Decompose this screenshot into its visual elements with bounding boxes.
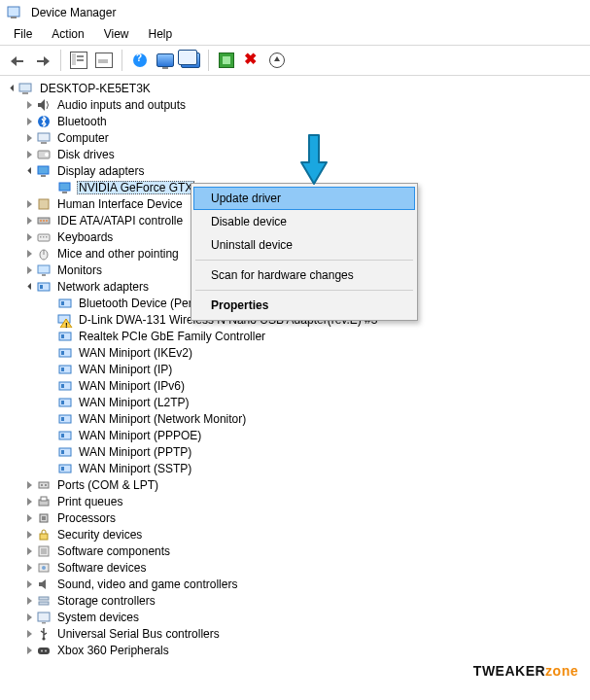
category-sound[interactable]: Sound, video and game controllers bbox=[6, 576, 586, 592]
expander-icon[interactable] bbox=[23, 248, 35, 260]
arrow-right-icon bbox=[32, 50, 53, 71]
svg-rect-61 bbox=[42, 516, 46, 520]
ctx-scan-hardware[interactable]: Scan for hardware changes bbox=[193, 263, 415, 287]
expander-icon[interactable] bbox=[23, 198, 35, 210]
expander-icon[interactable] bbox=[23, 116, 35, 127]
expander-icon[interactable] bbox=[23, 99, 35, 111]
show-hide-tree-button[interactable] bbox=[67, 49, 90, 72]
category-audio[interactable]: Audio inputs and outputs bbox=[6, 96, 586, 113]
menubar: File Action View Help bbox=[0, 23, 590, 45]
category-sw-devices[interactable]: Software devices bbox=[6, 559, 586, 576]
device-wan-netmon[interactable]: WAN Miniport (Network Monitor) bbox=[6, 410, 586, 427]
svg-rect-33 bbox=[61, 301, 64, 305]
category-system[interactable]: System devices bbox=[6, 609, 586, 625]
category-sw-components[interactable]: Software components bbox=[6, 542, 586, 559]
expander-icon[interactable] bbox=[23, 479, 35, 491]
device-wan-sstp[interactable]: WAN Miniport (SSTP) bbox=[6, 460, 586, 476]
expander-icon[interactable] bbox=[23, 512, 35, 524]
expander-icon[interactable] bbox=[23, 645, 35, 656]
security-icon bbox=[36, 527, 52, 542]
menu-file[interactable]: File bbox=[4, 25, 42, 43]
system-icon bbox=[36, 610, 52, 625]
svg-marker-67 bbox=[39, 579, 46, 589]
remove-device-button[interactable]: ✖ bbox=[240, 49, 263, 72]
view-button[interactable] bbox=[154, 49, 177, 72]
category-processors[interactable]: Processors bbox=[6, 509, 586, 526]
expander-icon[interactable] bbox=[23, 281, 35, 293]
expander-icon[interactable] bbox=[23, 496, 35, 508]
keyboard-icon bbox=[36, 229, 52, 245]
svg-point-72 bbox=[42, 637, 45, 640]
display-devices-button[interactable] bbox=[179, 49, 202, 72]
expander-icon[interactable] bbox=[23, 529, 35, 541]
ctx-update-driver[interactable]: Update driver bbox=[193, 187, 415, 210]
category-print-queues[interactable]: Print queues bbox=[6, 493, 586, 509]
expander-icon[interactable] bbox=[23, 264, 35, 276]
svg-rect-17 bbox=[39, 199, 49, 209]
svg-rect-44 bbox=[61, 384, 64, 388]
ports-icon bbox=[36, 477, 52, 493]
expander-icon[interactable] bbox=[23, 595, 35, 607]
device-wan-ip[interactable]: WAN Miniport (IP) bbox=[6, 361, 586, 377]
svg-rect-41 bbox=[59, 366, 71, 373]
expander-icon[interactable] bbox=[23, 149, 35, 160]
device-wan-ipv6[interactable]: WAN Miniport (IPv6) bbox=[6, 377, 586, 394]
expander-icon[interactable] bbox=[23, 562, 35, 574]
device-wan-l2tp[interactable]: WAN Miniport (L2TP) bbox=[6, 394, 586, 410]
svg-rect-25 bbox=[46, 236, 48, 238]
device-wan-pppoe[interactable]: WAN Miniport (PPPOE) bbox=[6, 427, 586, 443]
svg-rect-43 bbox=[59, 382, 71, 390]
svg-rect-6 bbox=[22, 92, 28, 94]
menu-view[interactable]: View bbox=[94, 25, 139, 43]
menu-action[interactable]: Action bbox=[42, 25, 93, 43]
svg-rect-24 bbox=[43, 236, 45, 238]
expander-icon[interactable] bbox=[23, 132, 35, 144]
help-button[interactable] bbox=[128, 49, 152, 72]
expander-icon[interactable] bbox=[6, 83, 17, 94]
ctx-disable-device[interactable]: Disable device bbox=[193, 210, 415, 233]
category-usb[interactable]: Universal Serial Bus controllers bbox=[6, 625, 586, 642]
tree-root[interactable]: DESKTOP-KE5ET3K bbox=[6, 80, 586, 96]
expander-icon[interactable] bbox=[23, 165, 35, 177]
menu-help[interactable]: Help bbox=[139, 25, 183, 43]
update-driver-button[interactable] bbox=[265, 49, 289, 72]
printer-icon bbox=[36, 494, 52, 509]
device-wan-pptp[interactable]: WAN Miniport (PPTP) bbox=[6, 443, 586, 460]
expander-icon[interactable] bbox=[23, 231, 35, 243]
svg-rect-38 bbox=[61, 334, 64, 338]
network-adapter-icon bbox=[57, 395, 73, 410]
device-wan-ikev2[interactable]: WAN Miniport (IKEv2) bbox=[6, 344, 586, 361]
expander-icon[interactable] bbox=[23, 215, 35, 227]
device-realtek[interactable]: Realtek PCIe GbE Family Controller bbox=[6, 328, 586, 344]
ctx-separator bbox=[195, 290, 413, 291]
disk-icon bbox=[36, 147, 52, 162]
category-ports[interactable]: Ports (COM & LPT) bbox=[6, 476, 586, 493]
category-security[interactable]: Security devices bbox=[6, 526, 586, 542]
category-computer[interactable]: Computer bbox=[6, 129, 586, 146]
forward-button[interactable] bbox=[31, 49, 54, 72]
svg-point-12 bbox=[45, 153, 49, 157]
category-xbox[interactable]: Xbox 360 Peripherals bbox=[6, 642, 586, 658]
expander-icon[interactable] bbox=[23, 612, 35, 623]
scan-hardware-button[interactable] bbox=[215, 49, 238, 72]
properties-button[interactable] bbox=[92, 49, 116, 72]
category-display-adapters[interactable]: Display adapters bbox=[6, 162, 586, 179]
category-storage[interactable]: Storage controllers bbox=[6, 592, 586, 609]
expander-icon[interactable] bbox=[23, 545, 35, 557]
svg-rect-28 bbox=[38, 265, 50, 273]
ctx-properties[interactable]: Properties bbox=[193, 294, 415, 317]
back-button[interactable] bbox=[6, 49, 29, 72]
expander-icon[interactable] bbox=[23, 578, 35, 590]
computer-root-icon bbox=[18, 81, 34, 96]
svg-rect-29 bbox=[42, 274, 46, 276]
svg-rect-46 bbox=[61, 401, 64, 404]
svg-rect-55 bbox=[39, 482, 49, 488]
expander-icon[interactable] bbox=[23, 628, 35, 640]
ctx-uninstall-device[interactable]: Uninstall device bbox=[193, 233, 415, 257]
up-arrow-circle-icon bbox=[269, 52, 285, 68]
svg-rect-54 bbox=[61, 467, 64, 471]
category-disk-drives[interactable]: Disk drives bbox=[6, 146, 586, 162]
category-bluetooth[interactable]: Bluetooth bbox=[6, 113, 586, 129]
device-tree[interactable]: DESKTOP-KE5ET3K Audio inputs and outputs… bbox=[0, 76, 590, 662]
svg-rect-40 bbox=[61, 351, 64, 355]
